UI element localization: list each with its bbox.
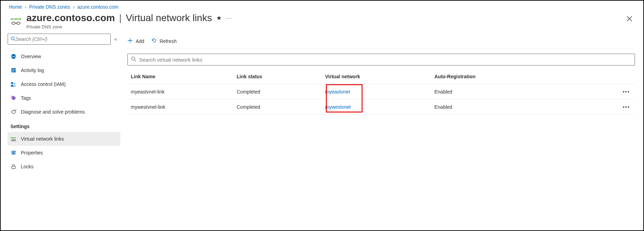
refresh-button[interactable]: Refresh bbox=[151, 38, 177, 44]
dns-zone-icon bbox=[9, 14, 23, 28]
svg-point-4 bbox=[17, 22, 20, 24]
search-icon bbox=[131, 56, 136, 63]
svg-point-20 bbox=[14, 140, 16, 141]
sidebar-item-label: Properties bbox=[21, 150, 43, 156]
table-row[interactable]: myeastvnet-link Completed myeastvnet Ena… bbox=[127, 84, 635, 99]
svg-rect-22 bbox=[13, 151, 14, 155]
overview-icon: DNS bbox=[10, 53, 17, 60]
sidebar-item-locks[interactable]: Locks bbox=[8, 160, 120, 174]
sidebar-item-label: Overview bbox=[21, 54, 41, 59]
svg-point-1 bbox=[15, 18, 17, 20]
vnet-links-table: Link Name Link status Virtual network Au… bbox=[127, 69, 635, 115]
sidebar-section-settings: Settings bbox=[8, 119, 120, 132]
svg-point-16 bbox=[11, 137, 12, 139]
breadcrumb-private-dns-zones[interactable]: Private DNS zones bbox=[29, 4, 70, 10]
svg-point-19 bbox=[11, 140, 14, 141]
row-menu-icon[interactable]: ••• bbox=[618, 89, 635, 95]
svg-rect-10 bbox=[12, 70, 15, 71]
svg-point-17 bbox=[13, 137, 14, 139]
cell-vnet-link[interactable]: mywestvnet bbox=[325, 104, 351, 110]
col-header-auto[interactable]: Auto-Registration bbox=[434, 74, 618, 79]
cell-link-status: Completed bbox=[237, 89, 325, 95]
add-label: Add bbox=[136, 38, 144, 44]
refresh-label: Refresh bbox=[160, 38, 177, 44]
svg-point-3 bbox=[12, 22, 15, 24]
col-header-name[interactable]: Link Name bbox=[127, 74, 237, 79]
chevron-right-icon: › bbox=[73, 4, 75, 10]
sidebar-item-label: Locks bbox=[21, 164, 34, 169]
properties-icon bbox=[10, 150, 17, 156]
tags-icon bbox=[10, 95, 17, 101]
plus-icon bbox=[127, 38, 133, 44]
main-content: Add Refresh Link Name Link status Virtua… bbox=[120, 34, 643, 227]
svg-rect-27 bbox=[12, 166, 15, 169]
locks-icon bbox=[10, 163, 17, 170]
toolbar: Add Refresh bbox=[127, 34, 635, 49]
main-search-input[interactable] bbox=[139, 57, 631, 63]
sidebar-search-input[interactable] bbox=[16, 36, 108, 42]
resource-type-label: Private DNS zone bbox=[26, 24, 624, 29]
cell-auto-registration: Enabled bbox=[434, 104, 618, 110]
sidebar-item-access-control[interactable]: Access control (IAM) bbox=[8, 77, 120, 91]
title-separator: | bbox=[119, 12, 121, 24]
sidebar-item-label: Virtual network links bbox=[21, 136, 64, 142]
sidebar-item-properties[interactable]: Properties bbox=[8, 146, 120, 160]
sidebar-item-vnet-links[interactable]: Virtual network links bbox=[8, 132, 120, 146]
svg-text:DNS: DNS bbox=[11, 55, 16, 58]
favorite-star-icon[interactable]: ★ bbox=[216, 14, 222, 22]
svg-point-18 bbox=[15, 137, 16, 139]
add-button[interactable]: Add bbox=[127, 38, 144, 44]
breadcrumb: Home › Private DNS zones › azure.contoso… bbox=[1, 1, 643, 12]
breadcrumb-home[interactable]: Home bbox=[9, 4, 22, 10]
svg-rect-25 bbox=[13, 153, 14, 154]
sidebar-item-activity-log[interactable]: Activity log bbox=[8, 63, 120, 77]
refresh-icon bbox=[151, 38, 157, 44]
sidebar-item-label: Tags bbox=[21, 95, 31, 101]
page-header: azure.contoso.com | Virtual network link… bbox=[1, 12, 643, 34]
col-header-status[interactable]: Link status bbox=[237, 74, 325, 79]
page-subtitle: Virtual network links bbox=[126, 12, 212, 24]
svg-point-12 bbox=[11, 82, 13, 84]
activity-log-icon bbox=[10, 67, 17, 73]
search-icon bbox=[11, 36, 16, 42]
vnet-links-icon bbox=[10, 136, 17, 142]
svg-rect-11 bbox=[12, 71, 14, 72]
more-icon[interactable]: ··· bbox=[226, 15, 232, 22]
cell-link-name: mywestvnet-link bbox=[127, 104, 237, 110]
table-header: Link Name Link status Virtual network Au… bbox=[127, 69, 635, 84]
svg-point-5 bbox=[11, 37, 14, 40]
svg-rect-21 bbox=[12, 151, 12, 155]
sidebar-item-overview[interactable]: DNS Overview bbox=[8, 50, 120, 63]
cell-link-name: myeastvnet-link bbox=[127, 89, 237, 95]
cell-auto-registration: Enabled bbox=[434, 89, 618, 95]
sidebar-item-label: Diagnose and solve problems bbox=[21, 109, 85, 115]
svg-point-2 bbox=[20, 18, 21, 20]
svg-point-14 bbox=[12, 97, 13, 98]
main-search[interactable] bbox=[127, 54, 635, 65]
access-control-icon bbox=[10, 81, 17, 87]
sidebar: « DNS Overview Activity log Access contr… bbox=[1, 34, 120, 227]
col-header-vnet[interactable]: Virtual network bbox=[325, 74, 434, 79]
sidebar-search[interactable] bbox=[8, 34, 111, 45]
table-row[interactable]: mywestvnet-link Completed mywestvnet Ena… bbox=[127, 99, 635, 115]
cell-vnet-link[interactable]: myeastvnet bbox=[325, 89, 350, 95]
row-menu-icon[interactable]: ••• bbox=[618, 104, 635, 110]
close-button[interactable] bbox=[624, 12, 635, 26]
breadcrumb-zone[interactable]: azure.contoso.com bbox=[77, 4, 118, 10]
svg-rect-9 bbox=[12, 69, 15, 70]
svg-rect-26 bbox=[14, 151, 16, 152]
svg-rect-24 bbox=[11, 152, 13, 152]
svg-rect-23 bbox=[15, 151, 15, 155]
svg-point-0 bbox=[11, 18, 12, 20]
diagnose-icon bbox=[10, 109, 17, 115]
sidebar-item-label: Access control (IAM) bbox=[21, 81, 66, 87]
sidebar-item-label: Activity log bbox=[21, 68, 44, 73]
svg-point-28 bbox=[132, 57, 135, 60]
page-title: azure.contoso.com bbox=[26, 12, 115, 24]
svg-point-13 bbox=[14, 83, 16, 85]
cell-link-status: Completed bbox=[237, 104, 325, 110]
sidebar-item-tags[interactable]: Tags bbox=[8, 91, 120, 105]
sidebar-item-diagnose[interactable]: Diagnose and solve problems bbox=[8, 105, 120, 119]
chevron-right-icon: › bbox=[25, 4, 26, 10]
collapse-sidebar-icon[interactable]: « bbox=[114, 36, 117, 42]
